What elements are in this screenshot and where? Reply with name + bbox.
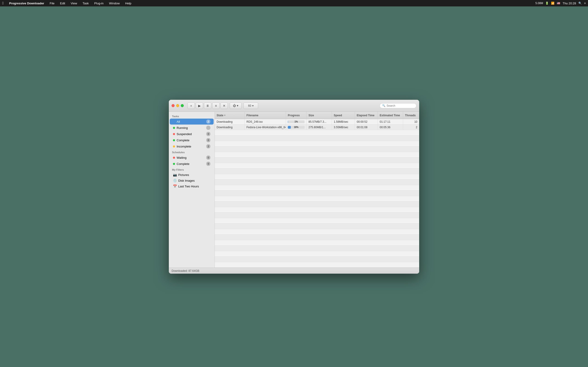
table-row-empty — [215, 163, 419, 169]
cell-elapsed-1: 00:00:52 — [355, 119, 378, 124]
control-strip-icon[interactable]: ≡ — [584, 2, 586, 5]
sidebar-badge-running — [206, 126, 210, 130]
task-menu-item[interactable]: Task — [82, 1, 90, 6]
add-button[interactable]: + — [187, 102, 195, 109]
help-menu-item[interactable]: Help — [124, 1, 132, 6]
sidebar-label-disk-images: Disk Images — [178, 179, 210, 182]
table-row[interactable]: Downloading Fedora-Live-Workstation-x86_… — [215, 125, 419, 130]
sidebar-item-schedule-complete[interactable]: Complete 0 — [170, 161, 214, 167]
cell-estimated-1: 01:17:11 — [378, 119, 403, 124]
table-row-empty — [215, 257, 419, 262]
search-menubar-icon[interactable]: 🔍 — [578, 2, 582, 5]
table-row-empty — [215, 235, 419, 240]
main-content: Tasks All 2 Running Suspended 0 — [169, 112, 419, 268]
plugin-menu-item[interactable]: Plug-in — [93, 1, 104, 6]
cell-filename-2: Fedora-Live-Workstation-x86_64-23-... — [245, 125, 286, 130]
col-header-speed[interactable]: Speed — [332, 112, 355, 119]
table-row-empty — [215, 130, 419, 135]
edit-menu-item[interactable]: Edit — [59, 1, 66, 6]
flag-icon: 🇺🇸 — [557, 2, 560, 5]
table-row-empty — [215, 191, 419, 196]
sidebar-item-disk-images[interactable]: 💿 Disk Images — [170, 178, 214, 183]
view-menu-item[interactable]: View — [70, 1, 78, 6]
power-button[interactable]: ⏻ ▾ — [230, 102, 242, 109]
table-row-empty — [215, 174, 419, 180]
pictures-icon: 📷 — [173, 173, 177, 177]
play-button[interactable]: ▶ — [196, 102, 203, 109]
clock: Thu 20:28 — [562, 2, 576, 5]
sidebar-badge-waiting: 0 — [206, 156, 210, 160]
sidebar-item-complete[interactable]: Complete 0 — [170, 137, 214, 143]
table-row-empty — [215, 251, 419, 257]
col-header-state[interactable]: State ▾ — [215, 112, 245, 119]
sidebar-label-incomplete: Incomplete — [177, 145, 205, 148]
progress-text-2: 18% — [288, 126, 304, 128]
table-row-empty — [215, 224, 419, 229]
table-row-empty — [215, 180, 419, 185]
table-row-empty — [215, 152, 419, 158]
dot-waiting — [173, 157, 175, 159]
table-row-empty — [215, 262, 419, 268]
app-menu-item[interactable]: Progressive Downloader — [8, 1, 45, 6]
last-two-hours-icon: 📅 — [173, 184, 177, 188]
sidebar-item-all[interactable]: All 2 — [170, 119, 214, 125]
col-header-elapsed[interactable]: Elapsed Time — [355, 112, 378, 119]
search-box[interactable]: 🔍 — [380, 103, 416, 108]
cell-state-2: Downloading — [215, 125, 245, 130]
pause-button[interactable]: ⏸ — [204, 102, 211, 109]
table-header: State ▾ Filename Progress Size Speed Ela… — [215, 112, 419, 119]
sidebar-item-running[interactable]: Running — [170, 125, 214, 131]
schedules-section-label: Schedules — [169, 150, 215, 154]
downloaded-label: Downloaded: — [172, 269, 188, 273]
speed-button[interactable]: 60 ▾ — [243, 102, 258, 109]
col-header-estimated[interactable]: Estimated Time — [378, 112, 403, 119]
maximize-button[interactable] — [181, 104, 184, 107]
table-row-empty — [215, 169, 419, 174]
cell-filename-1: RDS_249.iso — [245, 119, 286, 124]
table-row-empty — [215, 196, 419, 202]
sidebar-label-last-two-hours: Last Two Hours — [178, 185, 210, 188]
table-row[interactable]: Downloading RDS_249.iso 1% 85.57MB/7.3..… — [215, 119, 419, 125]
sidebar-item-last-two-hours[interactable]: 📅 Last Two Hours — [170, 184, 214, 189]
disk-images-icon: 💿 — [173, 179, 177, 182]
table-row-empty — [215, 185, 419, 191]
cell-threads-2: 2 — [403, 125, 419, 130]
table-row-empty — [215, 229, 419, 235]
tasks-section-label: Tasks — [169, 114, 215, 118]
file-menu-item[interactable]: File — [49, 1, 55, 6]
table-area: State ▾ Filename Progress Size Speed Ela… — [215, 112, 419, 268]
sidebar-label-schedule-complete: Complete — [177, 162, 205, 166]
cell-speed-2: 3.55MB/sec — [332, 125, 355, 130]
dot-all — [173, 121, 175, 123]
sidebar-item-suspended[interactable]: Suspended 0 — [170, 131, 214, 137]
sidebar-badge-incomplete: 2 — [206, 144, 210, 148]
sidebar-item-incomplete[interactable]: Incomplete 2 — [170, 143, 214, 149]
list-button[interactable]: ≡ — [212, 102, 220, 109]
close-button[interactable] — [172, 104, 174, 107]
col-header-filename[interactable]: Filename — [245, 112, 286, 119]
table-row-empty — [215, 141, 419, 147]
table-row-empty — [215, 246, 419, 251]
window-menu-item[interactable]: Window — [108, 1, 121, 6]
col-header-size[interactable]: Size — [307, 112, 332, 119]
sidebar-label-running: Running — [177, 126, 205, 130]
battery-icon: 🔋 — [545, 2, 549, 5]
col-header-threads[interactable]: Threads — [403, 112, 419, 119]
search-icon: 🔍 — [382, 104, 385, 107]
apple-menu[interactable]:  — [2, 1, 4, 5]
table-row-empty — [215, 213, 419, 218]
table-row-empty — [215, 240, 419, 246]
close-task-button[interactable]: ✕ — [221, 102, 228, 109]
col-header-progress[interactable]: Progress — [286, 112, 307, 119]
sidebar-label-complete: Complete — [177, 139, 205, 142]
dot-incomplete — [173, 145, 175, 148]
cell-threads-1: 10 — [403, 119, 419, 124]
sidebar-label-waiting: Waiting — [177, 156, 205, 159]
search-input[interactable] — [387, 104, 414, 107]
sidebar-item-pictures[interactable]: 📷 Pictures — [170, 172, 214, 177]
minimize-button[interactable] — [176, 104, 179, 107]
sidebar-label-pictures: Pictures — [178, 173, 210, 177]
table-body: Downloading RDS_249.iso 1% 85.57MB/7.3..… — [215, 119, 419, 268]
toolbar-group: + ▶ ⏸ ≡ ✕ — [187, 102, 228, 109]
sidebar-item-waiting[interactable]: Waiting 0 — [170, 155, 214, 161]
